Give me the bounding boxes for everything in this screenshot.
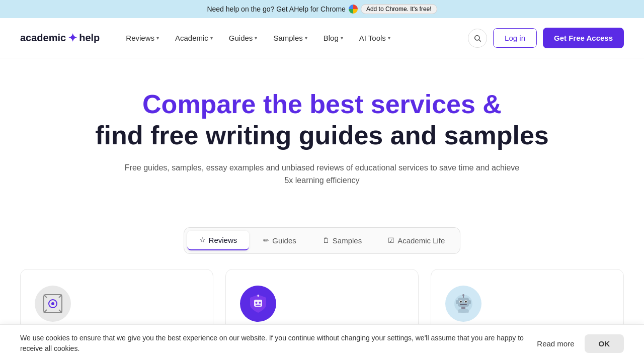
svg-point-11 <box>259 302 261 304</box>
svg-point-10 <box>256 302 258 304</box>
nav-blog[interactable]: Blog ▾ <box>317 30 349 46</box>
writer-robot-icon <box>451 291 476 316</box>
ai-detectors-icon-wrap <box>240 286 276 322</box>
svg-point-20 <box>465 301 466 302</box>
plagiarism-icon <box>42 293 64 315</box>
svg-rect-24 <box>456 300 458 304</box>
get-free-access-button[interactable]: Get Free Access <box>543 28 624 48</box>
ai-writers-icon-wrap <box>445 286 481 322</box>
chrome-icon <box>349 5 358 14</box>
cookie-ok-button[interactable]: OK <box>585 334 624 353</box>
cookie-read-more-button[interactable]: Read more <box>537 339 574 348</box>
chevron-down-icon: ▾ <box>255 35 257 41</box>
robot-icon <box>247 293 269 315</box>
header: academic✦help Reviews ▾ Academic ▾ Guide… <box>0 18 644 58</box>
nav-samples[interactable]: Samples ▾ <box>267 30 313 46</box>
tab-guides[interactable]: ✏ Guides <box>251 231 308 250</box>
chevron-down-icon: ▾ <box>305 35 307 41</box>
tab-guides-label: Guides <box>272 236 296 245</box>
login-button[interactable]: Log in <box>493 28 537 48</box>
main-nav: Reviews ▾ Academic ▾ Guides ▾ Samples ▾ … <box>120 30 468 46</box>
svg-point-4 <box>51 302 54 305</box>
hero-subtitle: Free guides, samples, essay examples and… <box>20 161 624 187</box>
nav-reviews[interactable]: Reviews ▾ <box>120 30 165 46</box>
add-to-chrome-button[interactable]: Add to Chrome. It's free! <box>361 4 437 14</box>
svg-rect-25 <box>468 300 471 304</box>
svg-line-1 <box>479 40 481 42</box>
tab-academic-life[interactable]: ☑ Academic Life <box>376 231 457 250</box>
cookie-bar: We use cookies to ensure that we give yo… <box>0 324 644 362</box>
logo-star: ✦ <box>68 32 77 45</box>
cookie-text: We use cookies to ensure that we give yo… <box>20 333 527 354</box>
pencil-icon: ✏ <box>263 236 269 244</box>
nav-ai-tools[interactable]: AI Tools ▾ <box>353 30 396 46</box>
nav-academic[interactable]: Academic ▾ <box>169 30 219 46</box>
banner-text: Need help on the go? Get AHelp for Chrom… <box>207 5 346 13</box>
svg-rect-21 <box>460 304 467 305</box>
chevron-down-icon: ▾ <box>341 35 343 41</box>
checkbox-icon: ☑ <box>388 236 394 244</box>
tab-samples[interactable]: 🗒 Samples <box>310 231 374 250</box>
svg-rect-12 <box>256 305 261 306</box>
svg-point-23 <box>462 294 464 296</box>
chevron-down-icon: ▾ <box>156 35 159 41</box>
star-icon: ☆ <box>199 236 206 244</box>
nav-guides[interactable]: Guides ▾ <box>223 30 264 46</box>
tab-academic-life-label: Academic Life <box>397 236 445 245</box>
svg-point-19 <box>460 301 461 302</box>
tab-samples-label: Samples <box>333 236 362 245</box>
hero-line1: Compare the best services & <box>142 89 502 119</box>
svg-rect-27 <box>458 309 469 313</box>
logo-text-left: academic <box>20 32 66 44</box>
category-tabs: ☆ Reviews ✏ Guides 🗒 Samples ☑ Academic … <box>184 227 461 254</box>
plagiarism-icon-wrap <box>35 286 71 322</box>
logo[interactable]: academic✦help <box>20 32 100 45</box>
document-icon: 🗒 <box>323 236 330 244</box>
logo-text-right: help <box>79 32 100 44</box>
hero-line2: find free writing guides and samples <box>95 121 549 150</box>
hero-heading: Compare the best services & find free wr… <box>20 88 624 151</box>
chevron-down-icon: ▾ <box>210 35 213 41</box>
tab-reviews[interactable]: ☆ Reviews <box>187 231 250 250</box>
top-banner: Need help on the go? Get AHelp for Chrom… <box>0 0 644 18</box>
tabs-container: ☆ Reviews ✏ Guides 🗒 Samples ☑ Academic … <box>0 227 644 254</box>
hero-section: Compare the best services & find free wr… <box>0 58 644 207</box>
svg-rect-26 <box>461 307 465 309</box>
svg-point-0 <box>475 35 479 40</box>
tab-reviews-label: Reviews <box>209 236 237 244</box>
search-button[interactable] <box>468 29 487 48</box>
header-actions: Log in Get Free Access <box>468 28 624 48</box>
svg-point-14 <box>258 295 259 296</box>
chevron-down-icon: ▾ <box>388 35 390 41</box>
search-icon <box>473 34 481 42</box>
